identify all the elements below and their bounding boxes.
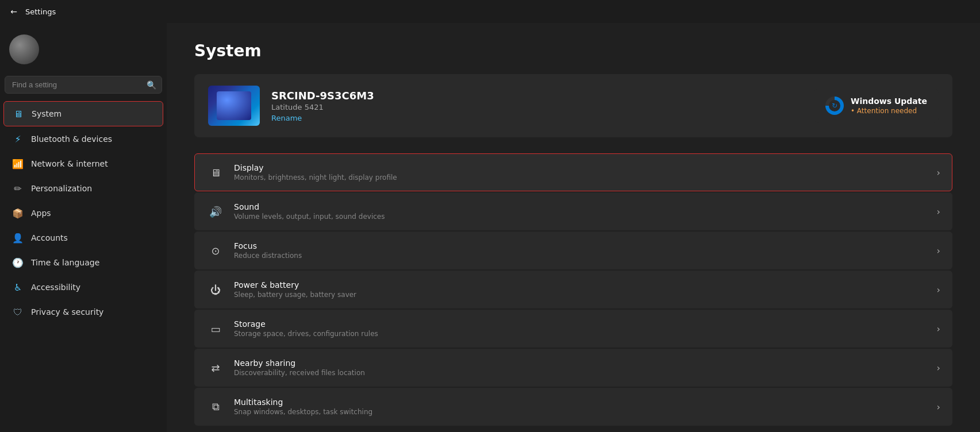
network-icon: 📶 [11, 157, 24, 170]
sidebar-item-personalization[interactable]: ✏️ Personalization [3, 176, 163, 200]
sidebar-label-bluetooth: Bluetooth & devices [31, 134, 112, 144]
sound-chevron: › [937, 206, 940, 217]
nearby-text: Nearby sharing Discoverability, received… [234, 358, 928, 377]
update-title: Windows Update [851, 97, 927, 106]
personalization-icon: ✏️ [11, 182, 24, 195]
power-subtitle: Sleep, battery usage, battery saver [234, 291, 928, 299]
settings-item-power[interactable]: ⏻ Power & battery Sleep, battery usage, … [194, 271, 952, 308]
user-avatar-area [9, 32, 55, 67]
update-icon: ↻ [829, 100, 840, 111]
settings-item-storage[interactable]: ▭ Storage Storage space, drives, configu… [194, 310, 952, 348]
search-icon: 🔍 [147, 80, 156, 90]
storage-title: Storage [234, 319, 928, 329]
update-icon-circle: ↻ [825, 97, 844, 115]
sidebar-item-bluetooth[interactable]: ⚡ Bluetooth & devices [3, 127, 163, 151]
sidebar-label-network: Network & internet [31, 159, 108, 168]
sidebar-label-system: System [32, 109, 62, 118]
settings-item-nearby[interactable]: ⇄ Nearby sharing Discoverability, receiv… [194, 349, 952, 387]
device-model: Latitude 5421 [271, 103, 374, 111]
power-title: Power & battery [234, 280, 928, 290]
sidebar-label-accounts: Accounts [31, 233, 68, 242]
device-image [208, 86, 260, 126]
bluetooth-icon: ⚡ [11, 133, 24, 145]
time-icon: 🕐 [11, 256, 24, 269]
multitasking-icon: ⧉ [206, 398, 225, 416]
nearby-title: Nearby sharing [234, 358, 928, 368]
settings-item-multitasking[interactable]: ⧉ Multitasking Snap windows, desktops, t… [194, 388, 952, 426]
rename-link[interactable]: Rename [271, 114, 374, 122]
device-info: SRCIND-9S3C6M3 Latitude 5421 Rename [208, 86, 374, 126]
display-icon: 🖥 [206, 163, 225, 182]
sidebar-label-privacy: Privacy & security [31, 307, 103, 317]
update-dot: • [851, 107, 857, 115]
app-body: 🔍 🖥 System ⚡ Bluetooth & devices 📶 Netwo… [0, 23, 980, 432]
multitasking-title: Multitasking [234, 398, 928, 407]
accessibility-icon: ♿ [11, 281, 24, 294]
sidebar: 🔍 🖥 System ⚡ Bluetooth & devices 📶 Netwo… [0, 23, 167, 432]
sidebar-item-accounts[interactable]: 👤 Accounts [3, 226, 163, 250]
sidebar-item-network[interactable]: 📶 Network & internet [3, 152, 163, 176]
nearby-icon: ⇄ [206, 358, 225, 377]
page-title: System [194, 41, 952, 60]
device-card: SRCIND-9S3C6M3 Latitude 5421 Rename ↻ Wi… [194, 74, 952, 137]
sidebar-item-accessibility[interactable]: ♿ Accessibility [3, 275, 163, 299]
nav-list: 🖥 System ⚡ Bluetooth & devices 📶 Network… [0, 101, 167, 325]
multitasking-chevron: › [937, 402, 940, 412]
app-title: Settings [25, 7, 56, 16]
storage-subtitle: Storage space, drives, configuration rul… [234, 330, 928, 338]
accounts-icon: 👤 [11, 232, 24, 244]
power-text: Power & battery Sleep, battery usage, ba… [234, 280, 928, 299]
sound-icon: 🔊 [206, 202, 225, 221]
sidebar-item-privacy[interactable]: 🛡 Privacy & security [3, 300, 163, 324]
sound-subtitle: Volume levels, output, input, sound devi… [234, 213, 928, 221]
display-text: Display Monitors, brightness, night ligh… [234, 163, 928, 182]
search-input[interactable] [5, 76, 162, 94]
storage-chevron: › [937, 323, 940, 334]
sidebar-label-personalization: Personalization [31, 184, 92, 193]
windows-update-widget[interactable]: ↻ Windows Update • Attention needed [814, 88, 939, 123]
multitasking-text: Multitasking Snap windows, desktops, tas… [234, 398, 928, 416]
storage-text: Storage Storage space, drives, configura… [234, 319, 928, 338]
display-title: Display [234, 163, 928, 172]
display-subtitle: Monitors, brightness, night light, displ… [234, 173, 928, 182]
settings-item-focus[interactable]: ⊙ Focus Reduce distractions › [194, 232, 952, 269]
storage-icon: ▭ [206, 319, 225, 338]
focus-subtitle: Reduce distractions [234, 252, 928, 260]
focus-title: Focus [234, 241, 928, 250]
display-chevron: › [937, 167, 940, 178]
device-image-inner [217, 91, 251, 120]
title-bar: ← Settings [0, 0, 980, 23]
sidebar-label-time: Time & language [31, 258, 99, 267]
search-box[interactable]: 🔍 [5, 76, 162, 94]
main-content: System SRCIND-9S3C6M3 Latitude 5421 Rena… [167, 23, 980, 432]
multitasking-subtitle: Snap windows, desktops, task switching [234, 408, 928, 416]
focus-icon: ⊙ [206, 241, 225, 260]
focus-chevron: › [937, 245, 940, 256]
power-icon: ⏻ [206, 280, 225, 299]
device-name: SRCIND-9S3C6M3 [271, 90, 374, 102]
update-status: • Attention needed [851, 107, 927, 115]
nearby-chevron: › [937, 362, 940, 373]
sidebar-label-apps: Apps [31, 209, 51, 218]
apps-icon: 📦 [11, 207, 24, 219]
settings-item-display[interactable]: 🖥 Display Monitors, brightness, night li… [194, 153, 952, 191]
privacy-icon: 🛡 [11, 306, 24, 318]
sidebar-item-time[interactable]: 🕐 Time & language [3, 250, 163, 275]
device-details: SRCIND-9S3C6M3 Latitude 5421 Rename [271, 90, 374, 122]
focus-text: Focus Reduce distractions [234, 241, 928, 260]
update-text: Windows Update • Attention needed [851, 97, 927, 115]
sound-title: Sound [234, 202, 928, 211]
power-chevron: › [937, 284, 940, 295]
sidebar-item-apps[interactable]: 📦 Apps [3, 201, 163, 225]
sidebar-item-system[interactable]: 🖥 System [3, 101, 163, 126]
settings-list: 🖥 Display Monitors, brightness, night li… [194, 153, 952, 426]
nearby-subtitle: Discoverability, received files location [234, 369, 928, 377]
system-icon: 🖥 [12, 107, 25, 120]
sound-text: Sound Volume levels, output, input, soun… [234, 202, 928, 221]
sidebar-label-accessibility: Accessibility [31, 283, 80, 292]
settings-item-sound[interactable]: 🔊 Sound Volume levels, output, input, so… [194, 192, 952, 230]
back-button[interactable]: ← [7, 5, 21, 18]
avatar [9, 34, 39, 64]
